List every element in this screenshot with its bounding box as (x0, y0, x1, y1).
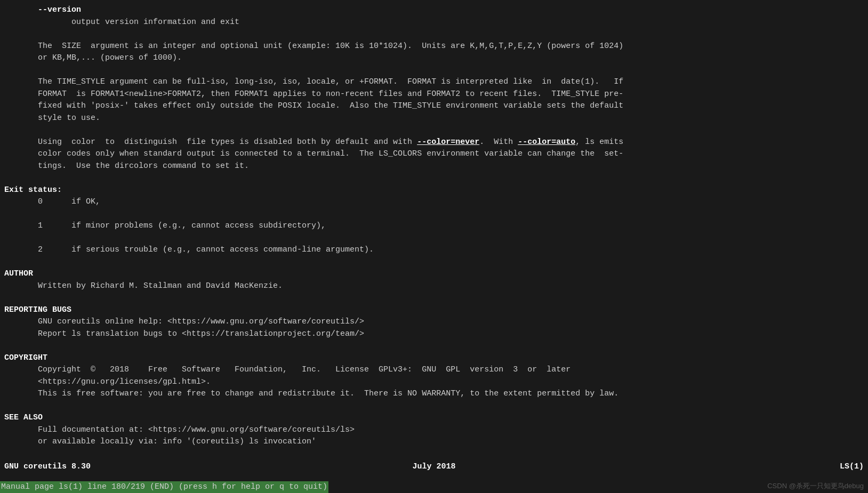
version-flag-line: --version (4, 4, 864, 17)
copyright-header: COPYRIGHT (4, 352, 864, 365)
see-also-header: SEE ALSO (4, 412, 864, 424)
color-line2: color codes only when standard output is… (4, 148, 864, 160)
time-style-line4: style to use. (4, 112, 864, 125)
status-bar: Manual page ls(1) line 180/219 (END) (pr… (0, 482, 868, 482)
reporting-bugs-header: REPORTING BUGS (4, 304, 864, 317)
time-style-line1: The TIME_STYLE argument can be full-iso,… (4, 76, 864, 88)
exit-0-line: 0 if OK, (4, 196, 864, 208)
blank10 (4, 400, 864, 413)
copyright-line1: Copyright © 2018 Free Software Foundatio… (4, 364, 864, 376)
author-header: AUTHOR (4, 268, 864, 280)
time-style-line2: FORMAT is FORMAT1<newline>FORMAT2, then … (4, 88, 864, 101)
version-desc-line: output version information and exit (4, 17, 864, 29)
exit-1-line: 1 if minor problems (e.g., cannot access… (4, 220, 864, 232)
blank7 (4, 256, 864, 269)
color-line1: Using color to distinguish file types is… (4, 136, 864, 149)
copyright-line2: <https://gnu.org/licenses/gpl.html>. (4, 376, 864, 389)
blank6 (4, 232, 864, 245)
exit-2-line: 2 if serious trouble (e.g., cannot acces… (4, 244, 864, 256)
blank9 (4, 340, 864, 352)
size-arg-line2: or KB,MB,... (powers of 1000). (4, 52, 864, 64)
copyright-line3: This is free software: you are free to c… (4, 388, 864, 400)
terminal: --version output version information and… (0, 0, 868, 482)
blank5 (4, 208, 864, 221)
blank1 (4, 28, 864, 41)
bugs-line1: GNU coreutils online help: <https://www.… (4, 316, 864, 328)
blank11 (4, 448, 864, 460)
time-style-line3: fixed with 'posix-' takes effect only ou… (4, 100, 864, 112)
man-footer: GNU coreutils 8.30 July 2018 LS(1) (4, 461, 864, 473)
blank2 (4, 64, 864, 77)
footer-left: GNU coreutils 8.30 (4, 461, 91, 473)
blank3 (4, 124, 864, 136)
exit-status-header: Exit status: (4, 184, 864, 197)
bugs-line2: Report ls translation bugs to <https://t… (4, 328, 864, 341)
status-bar-text: Manual page ls(1) line 180/219 (END) (pr… (0, 481, 328, 482)
footer-right: LS(1) (840, 461, 864, 473)
content-area: --version output version information and… (0, 4, 868, 473)
size-arg-line1: The SIZE argument is an integer and opti… (4, 41, 864, 53)
watermark: CSDN @杀死一只知更鸟debug (767, 481, 864, 491)
blank4 (4, 172, 864, 184)
see-also-line2: or available locally via: info '(coreuti… (4, 436, 864, 448)
see-also-line1: Full documentation at: <https://www.gnu.… (4, 424, 864, 437)
color-line3: tings. Use the dircolors command to set … (4, 160, 864, 173)
blank8 (4, 292, 864, 304)
author-line: Written by Richard M. Stallman and David… (4, 280, 864, 293)
footer-center: July 2018 (412, 461, 455, 473)
